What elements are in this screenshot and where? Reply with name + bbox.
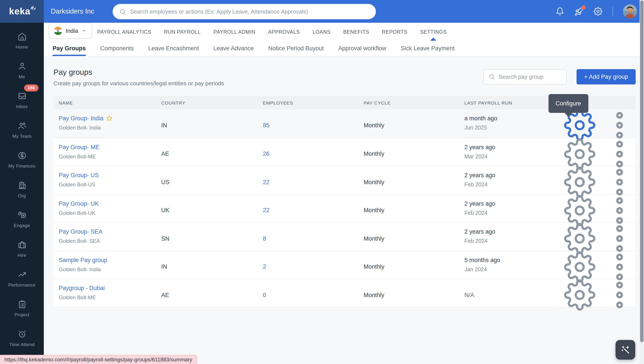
sidebar-item-performance[interactable]: Performance [0, 264, 44, 294]
cell-pay-cycle: Monthly [358, 110, 459, 141]
cell-last-payroll-run: 2 years agoMar 2024 [459, 138, 562, 170]
cell-employees: 85 [258, 110, 358, 141]
pay-group-search-input[interactable] [499, 74, 561, 80]
nav-tab-reports[interactable]: REPORTS [382, 23, 407, 41]
cell-employees: 22 [258, 194, 358, 226]
sidebar-item-home[interactable]: Home [0, 26, 44, 56]
sidebar-item-my-finances[interactable]: My Finances [0, 145, 44, 174]
cell-name: Pay Group- SEAGolden Bolt- SEA [54, 223, 156, 254]
cell-employees: 22 [258, 166, 358, 198]
configure-gear-button[interactable] [564, 138, 596, 170]
last-run-relative: 2 years ago [464, 172, 562, 178]
nav-tab-payroll-admin[interactable]: PAYROLL ADMIN [213, 23, 255, 41]
configure-gear-button[interactable] [564, 166, 596, 198]
legal-entity-name: Golden Bolt-UK [59, 210, 156, 216]
configure-gear-button[interactable] [564, 279, 596, 311]
sidebar-item-org[interactable]: Org [0, 174, 44, 204]
table-header-row: NAMECOUNTRYEMPLOYEESPAY CYCLELAST PAYROL… [54, 96, 635, 110]
chevron-down-icon [82, 28, 87, 33]
pay-group-link[interactable]: Pay Group- UK [59, 200, 99, 207]
row-menu-kebab-button[interactable] [603, 166, 635, 198]
legal-entity-name: Golden Bolt-US [59, 182, 156, 188]
last-run-period: Feb 2024 [464, 182, 562, 188]
top-bar: keka Darksiders Inc [0, 0, 644, 23]
cell-actions [562, 166, 635, 198]
cell-actions [562, 279, 635, 311]
cell-country: AE [156, 138, 258, 170]
employees-count-link[interactable]: 2 [263, 264, 266, 270]
row-menu-kebab-button[interactable] [603, 223, 635, 254]
module-nav-bar: India PAYROLL ANALYTICSRUN PAYROLLPAYROL… [44, 23, 644, 41]
sidebar-item-my-team[interactable]: My Team [0, 115, 44, 145]
subnav-tab-approval-workflow[interactable]: Approval workflow [338, 41, 386, 56]
legal-entity-name: Golden Bolt-ME [59, 294, 156, 300]
configure-gear-button[interactable] [564, 194, 596, 226]
employees-count-link[interactable]: 0 [263, 292, 266, 298]
column-header-last-payroll-run: LAST PAYROLL RUN [459, 100, 562, 105]
table-body: Pay Group- IndiaGolden Bolt- IndiaIN85Mo… [54, 110, 635, 307]
cell-last-payroll-run: 5 months agoJan 2024 [459, 251, 562, 282]
whats-new-rocket-button[interactable] [574, 7, 583, 16]
subnav-tab-leave-advance[interactable]: Leave Advance [213, 41, 254, 56]
employees-count-link[interactable]: 22 [263, 179, 269, 186]
keka-logo[interactable]: keka [0, 0, 44, 23]
pay-group-link[interactable]: Sample Pay group [59, 256, 107, 263]
nav-tab-run-payroll[interactable]: RUN PAYROLL [164, 23, 201, 41]
sidebar-item-hire[interactable]: Hire [0, 234, 44, 264]
pay-group-link[interactable]: Pay Group- India [59, 115, 103, 122]
subnav-tab-sick-leave-payment[interactable]: Sick Leave Payment [401, 41, 455, 56]
scrollbar-thumb[interactable] [640, 0, 643, 342]
nav-tab-benefits[interactable]: BENEFITS [343, 23, 369, 41]
favorite-star-icon[interactable] [106, 115, 113, 122]
nav-tab-loans[interactable]: LOANS [313, 23, 331, 41]
sidebar-item-label: Me [19, 74, 25, 79]
table-row: Sample Pay groupGolden Bolt- IndiaIN2Mon… [54, 250, 635, 279]
gear-icon [564, 166, 596, 198]
global-search-input[interactable] [130, 8, 369, 15]
page-scrollbar[interactable] [639, 0, 644, 364]
global-search[interactable] [113, 4, 376, 19]
subnav-tab-notice-period-buyout[interactable]: Notice Period Buyout [268, 41, 324, 56]
settings-gear-icon[interactable] [594, 7, 602, 16]
employees-count-link[interactable]: 8 [263, 236, 266, 242]
add-pay-group-button[interactable]: + Add Pay group [576, 69, 636, 84]
cell-last-payroll-run: 2 years agoFeb 2024 [459, 166, 562, 198]
legal-entity-selector[interactable]: India [49, 23, 92, 38]
sidebar-item-inbox[interactable]: Inbox186 [0, 85, 44, 115]
topbar-actions [555, 0, 637, 23]
nav-tab-approvals[interactable]: APPROVALS [268, 23, 300, 41]
row-menu-kebab-button[interactable] [603, 138, 635, 170]
sidebar-item-project[interactable]: Project [0, 294, 44, 323]
sidebar-item-label: Org [18, 193, 26, 198]
subnav-tab-components[interactable]: Components [100, 41, 134, 56]
row-menu-kebab-button[interactable] [603, 279, 635, 311]
pay-group-search[interactable] [483, 69, 566, 84]
pay-group-link[interactable]: Pay Group- ME [59, 144, 99, 150]
configure-gear-button[interactable] [564, 251, 596, 282]
sidebar-item-time-attend[interactable]: Time Attend [0, 323, 44, 353]
magic-assistant-fab[interactable] [615, 340, 635, 360]
kebab-menu-icon [603, 223, 635, 254]
sidebar-item-engage[interactable]: Engage [0, 204, 44, 234]
pay-group-link[interactable]: Pay Group- SEA [59, 228, 103, 235]
employees-count-link[interactable]: 85 [263, 122, 269, 128]
notifications-bell-icon[interactable] [555, 7, 564, 16]
cell-pay-cycle: Monthly [358, 279, 459, 311]
nav-tab-settings[interactable]: SETTINGS [420, 23, 447, 41]
sidebar-item-me[interactable]: Me [0, 56, 44, 85]
user-avatar[interactable] [623, 4, 637, 18]
configure-gear-button[interactable] [564, 223, 596, 254]
subnav-tab-pay-groups[interactable]: Pay Groups [53, 41, 86, 56]
employees-count-link[interactable]: 26 [263, 151, 269, 157]
subnav-tab-leave-encashment[interactable]: Leave Encashment [148, 41, 199, 56]
page-title: Pay groups [54, 68, 92, 77]
row-menu-kebab-button[interactable] [603, 194, 635, 226]
row-menu-kebab-button[interactable] [603, 251, 635, 282]
employees-count-link[interactable]: 22 [263, 207, 269, 214]
project-icon [17, 300, 27, 309]
row-menu-kebab-button[interactable] [603, 110, 635, 141]
pay-group-link[interactable]: Paygroup - Dubai [59, 285, 105, 292]
nav-tab-payroll-analytics[interactable]: PAYROLL ANALYTICS [97, 23, 151, 41]
cell-last-payroll-run: N/A [459, 279, 562, 311]
pay-group-link[interactable]: Pay Group- US [59, 172, 99, 178]
